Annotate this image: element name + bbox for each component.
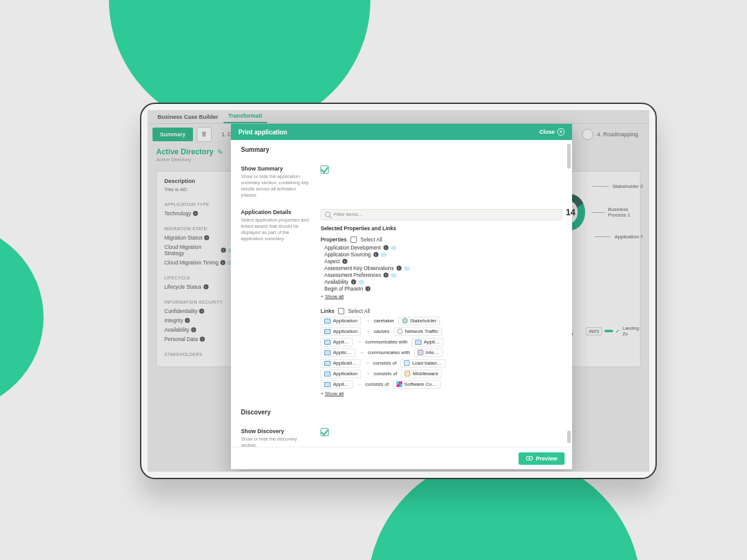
link-item[interactable]: Appli…→consists ofSoftware Co… xyxy=(321,380,562,389)
links-list: Application→caretakerStakeholderApplicat… xyxy=(321,317,562,389)
cloud-icon xyxy=(391,246,397,250)
filter-input[interactable]: Filter items... xyxy=(321,209,562,220)
links-select-all-label[interactable]: Select All xyxy=(348,308,370,314)
close-button[interactable]: Close × xyxy=(539,128,565,136)
arrow-icon: → xyxy=(365,329,370,334)
cloud-icon xyxy=(391,273,397,278)
mw-icon xyxy=(405,371,410,376)
property-item[interactable]: Availability i xyxy=(324,279,562,285)
modal-header: Print application Close × xyxy=(231,124,572,140)
arrow-icon: → xyxy=(365,318,370,324)
link-item[interactable]: Application→caretakerStakeholder xyxy=(321,317,562,325)
info-icon[interactable]: i xyxy=(351,279,356,284)
cloud-icon xyxy=(404,266,410,271)
app-icon xyxy=(415,340,421,345)
arrow-icon: → xyxy=(365,371,370,376)
print-application-modal: Print application Close × Summary Show S… xyxy=(231,124,572,469)
link-item[interactable]: Appli…→communicates withAppli… xyxy=(321,338,562,347)
show-discovery-desc: Show or hide the discovery section. xyxy=(241,436,311,447)
properties-list: Application Development i Application So… xyxy=(324,245,562,292)
application-icon xyxy=(324,340,331,345)
show-summary-desc: Show or hide the application summary sec… xyxy=(241,174,311,199)
modal-footer: Preview xyxy=(231,447,572,469)
info-icon[interactable]: i xyxy=(342,259,347,264)
section-discovery: Discovery xyxy=(241,409,562,416)
modal-title: Print application xyxy=(238,129,287,136)
property-item[interactable]: Assessment Preferences i xyxy=(324,273,562,278)
show-summary-checkbox[interactable] xyxy=(321,166,329,174)
application-icon xyxy=(324,319,331,324)
person-icon xyxy=(402,318,408,324)
ring-icon xyxy=(397,329,403,334)
info-icon[interactable]: i xyxy=(383,245,388,250)
show-discovery-checkbox[interactable] xyxy=(321,428,329,436)
modal-body: Summary Show Summary Show or hide the ap… xyxy=(231,140,572,447)
modal-scrollbar[interactable] xyxy=(567,144,571,443)
application-icon xyxy=(324,382,331,387)
show-summary-label: Show Summary xyxy=(241,166,311,172)
link-item[interactable]: Application→consists ofMiddleware xyxy=(321,370,562,378)
property-item[interactable]: Application Development i xyxy=(324,245,562,251)
info-icon[interactable]: i xyxy=(397,266,402,271)
arrow-icon: → xyxy=(364,360,369,366)
section-summary: Summary xyxy=(241,146,562,153)
info-icon[interactable]: i xyxy=(374,252,378,257)
links-label: Links xyxy=(321,308,334,314)
preview-button[interactable]: Preview xyxy=(519,452,565,465)
properties-select-all-checkbox[interactable] xyxy=(350,236,357,243)
properties-select-all-label[interactable]: Select All xyxy=(360,236,382,243)
application-icon xyxy=(324,371,331,376)
property-item[interactable]: Assessment Key Observations i xyxy=(324,266,562,271)
screen: Business Case Builder Transformati Summa… xyxy=(148,110,649,472)
info-icon[interactable]: i xyxy=(383,273,388,278)
device-frame: Business Case Builder Transformati Summa… xyxy=(140,103,657,479)
eye-icon xyxy=(526,456,533,460)
properties-label: Properties xyxy=(321,236,347,243)
links-show-all[interactable]: + Show all xyxy=(321,391,562,396)
selected-props-heading: Selected Properties and Links xyxy=(321,225,562,231)
application-icon xyxy=(324,361,331,366)
show-discovery-label: Show Discovery xyxy=(241,428,311,434)
search-icon xyxy=(325,212,331,217)
filter-placeholder: Filter items... xyxy=(334,212,362,217)
info-icon[interactable]: i xyxy=(365,286,370,291)
application-details-desc: Select application properties and linked… xyxy=(241,217,311,243)
gear-icon xyxy=(418,350,423,355)
link-item[interactable]: Application→causesNetwork Traffic xyxy=(321,327,562,336)
arrow-icon: → xyxy=(357,381,362,387)
cloud-icon xyxy=(359,280,364,284)
property-item[interactable]: Begin of PhaseIn i xyxy=(324,286,562,292)
application-icon xyxy=(324,329,331,334)
link-item[interactable]: Applic…→communicates withInte… xyxy=(321,348,562,357)
property-item[interactable]: Aspect i xyxy=(324,259,562,264)
application-details-label: Application Details xyxy=(241,209,311,215)
application-icon xyxy=(324,350,331,355)
links-select-all-checkbox[interactable] xyxy=(338,308,344,314)
cube-icon xyxy=(404,360,410,366)
sw-icon xyxy=(397,381,402,387)
link-item[interactable]: Applicati…→consists ofLoad balan… xyxy=(321,359,562,368)
cloud-icon xyxy=(381,253,387,257)
property-item[interactable]: Application Sourcing i xyxy=(324,252,562,258)
arrow-icon: → xyxy=(359,350,364,355)
properties-show-all[interactable]: + Show all xyxy=(321,294,562,299)
arrow-icon: → xyxy=(357,339,362,345)
close-icon: × xyxy=(557,128,565,136)
